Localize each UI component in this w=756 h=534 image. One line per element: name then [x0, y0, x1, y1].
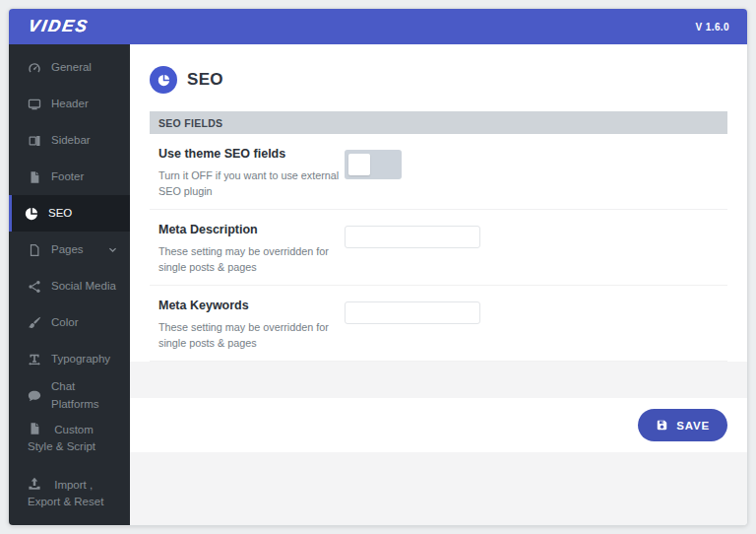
- field-label: Meta Description: [158, 222, 345, 237]
- toggle-knob: [348, 154, 370, 175]
- pie-chart-icon: [25, 207, 38, 221]
- sidebar-item-social-media[interactable]: Social Media: [9, 268, 130, 304]
- text-width-icon: [28, 353, 41, 367]
- seo-fields-section: SEO FIELDS Use theme SEO fields Turn it …: [150, 111, 727, 362]
- use-theme-seo-toggle[interactable]: [345, 150, 402, 179]
- sidebar-item-footer[interactable]: Footer: [9, 159, 130, 195]
- sidebar-item-label: Footer: [51, 168, 84, 185]
- spacer: [130, 452, 747, 525]
- app-window: VIDES V 1.6.0 General Header Sidebar Foo…: [8, 8, 748, 526]
- save-button[interactable]: SAVE: [638, 409, 727, 441]
- sidebar-item-seo[interactable]: SEO: [9, 195, 130, 232]
- share-icon: [28, 280, 41, 294]
- sidebar-item-label: Typography: [51, 351, 110, 367]
- topbar: VIDES V 1.6.0: [9, 9, 747, 44]
- meta-keywords-input[interactable]: [345, 301, 480, 324]
- chevron-down-icon: [107, 244, 118, 255]
- sidebar-item-sidebar[interactable]: Sidebar: [9, 122, 130, 159]
- comment-icon: [28, 389, 41, 403]
- sidebar-item-label: Chat Platforms: [51, 378, 118, 413]
- sidebar-item-custom-style-script[interactable]: Custom Style & Script: [9, 414, 130, 469]
- gauge-icon: [28, 61, 41, 75]
- sidebar: General Header Sidebar Footer SEO Pages: [9, 44, 130, 525]
- page-header: SEO: [130, 44, 747, 111]
- brush-icon: [28, 316, 41, 330]
- sidebar-item-label: Sidebar: [51, 132, 91, 149]
- sidebar-item-label: SEO: [48, 205, 72, 222]
- settings-row-meta-description: Meta Description These setting may be ov…: [150, 210, 727, 286]
- sidebar-item-general[interactable]: General: [9, 49, 130, 86]
- save-button-label: SAVE: [676, 420, 710, 432]
- save-icon: [656, 419, 668, 432]
- field-description: These setting may be overridden for sing…: [158, 319, 342, 351]
- sidebar-item-header[interactable]: Header: [9, 86, 130, 122]
- sidebar-item-label: Color: [51, 314, 78, 331]
- page-icon: [28, 243, 41, 257]
- action-bar: SAVE: [130, 398, 747, 452]
- sidebar-item-label: Pages: [51, 241, 84, 258]
- spacer: [130, 362, 747, 398]
- field-description: Turn it OFF if you want to use external …: [158, 167, 342, 199]
- field-description: These setting may be overridden for sing…: [158, 243, 342, 275]
- sidebar-item-label: Header: [51, 96, 89, 112]
- pie-chart-icon: [150, 66, 177, 94]
- field-label: Meta Keywords: [158, 298, 345, 313]
- sidebar-item-label: Social Media: [51, 278, 116, 295]
- sidebar-item-color[interactable]: Color: [9, 304, 130, 341]
- file-icon: [28, 422, 41, 435]
- upload-icon: [28, 477, 41, 491]
- sidebar-item-pages[interactable]: Pages: [9, 232, 130, 268]
- settings-row-meta-keywords: Meta Keywords These setting may be overr…: [150, 286, 727, 362]
- columns-icon: [28, 134, 41, 148]
- main-content: SEO SEO FIELDS Use theme SEO fields Turn…: [130, 44, 747, 525]
- page-title: SEO: [187, 70, 223, 90]
- meta-description-input[interactable]: [345, 226, 480, 248]
- seo-panel: SEO SEO FIELDS Use theme SEO fields Turn…: [130, 44, 747, 362]
- file-icon: [28, 170, 41, 184]
- sidebar-item-import-export-reset[interactable]: Import , Export & Reset: [9, 469, 130, 524]
- field-label: Use theme SEO fields: [158, 146, 345, 162]
- sidebar-item-chat-platforms[interactable]: Chat Platforms: [9, 377, 130, 414]
- sidebar-item-label: General: [51, 59, 92, 76]
- settings-row-use-theme-seo: Use theme SEO fields Turn it OFF if you …: [150, 134, 727, 210]
- sidebar-item-typography[interactable]: Typography: [9, 341, 130, 377]
- monitor-icon: [28, 98, 41, 111]
- version-label: V 1.6.0: [696, 22, 730, 33]
- section-header: SEO FIELDS: [150, 111, 727, 134]
- app-logo: VIDES: [27, 17, 91, 36]
